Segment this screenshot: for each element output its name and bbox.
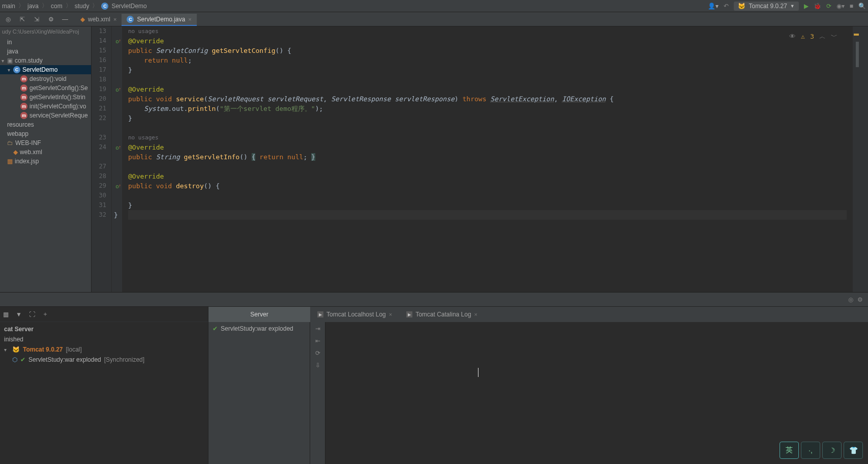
tree-node[interactable]: ▾▣com.study [0, 56, 91, 65]
tree-node-method[interactable]: mgetServletConfig():Se [0, 83, 91, 93]
console-icon: ▶ [406, 311, 412, 317]
run-button[interactable]: ▶ [804, 3, 809, 10]
coverage-button[interactable]: ⟳ [826, 3, 831, 10]
override-icon[interactable]: o↑ [115, 86, 121, 93]
project-sidebar[interactable]: udy C:\Users\XingWei\IdeaProj in java ▾▣… [0, 26, 92, 292]
run-panel: ◎ ⚙ ▦ ▼ ⛶ ＋ cat Server inished ▾🐱Tomcat … [0, 292, 868, 464]
tab-label: Tomcat Catalina Log [415, 311, 471, 318]
tree-label: getServletInfo():Strin [29, 94, 85, 101]
editor[interactable]: 1314151617 1819202122 232427 2829303132 … [92, 26, 868, 292]
project-path: udy C:\Users\XingWei\IdeaProj [0, 26, 91, 37]
artifact-icon: ⬡ [12, 356, 17, 363]
download-icon[interactable]: ⇩ [315, 362, 320, 369]
line-gutter[interactable]: 1314151617 1819202122 232427 2829303132 [92, 26, 112, 292]
filter-icon[interactable]: ▼ [16, 311, 22, 318]
select-target-icon[interactable]: ◎ [1, 12, 15, 26]
class-icon: C [127, 16, 134, 23]
problem-count: 3 [810, 32, 814, 41]
tree-label: destroy():void [29, 75, 67, 82]
add-icon[interactable]: ＋ [42, 310, 48, 318]
layout-settings-icon[interactable]: ◎ [848, 296, 853, 303]
git-user-icon[interactable]: 👤▾ [708, 3, 719, 10]
ime-badge[interactable]: 英 [780, 442, 799, 459]
ime-badge[interactable]: 👕 [844, 442, 863, 459]
expand-all-icon[interactable]: ⇱ [15, 12, 29, 26]
editor-tab-servletdemo[interactable]: C ServletDemo.java × [122, 14, 196, 26]
tree-node-method[interactable]: mgetServletInfo():Strin [0, 93, 91, 102]
package-icon: ▣ [7, 57, 13, 64]
close-icon[interactable]: × [389, 311, 392, 317]
code-area[interactable]: no usages @Override public ServletConfig… [122, 26, 853, 292]
run-tab-server[interactable]: Server [208, 307, 310, 322]
reader-mode-icon[interactable]: 👁 [789, 32, 796, 41]
ime-badge[interactable]: ·, [801, 442, 820, 459]
override-icon[interactable]: o↑ [115, 144, 121, 151]
run-tab-catalina-log[interactable]: ▶Tomcat Catalina Log× [399, 307, 485, 322]
tree-node[interactable]: java [0, 47, 91, 56]
tree-label: ServletDemo [22, 66, 57, 73]
ime-badge[interactable]: ☽ [822, 442, 842, 459]
text-caret [478, 368, 478, 377]
run-node-artifact[interactable]: ⬡✔ServletStudy:war exploded [Synchronize… [2, 355, 206, 365]
class-icon: C [13, 66, 20, 73]
method-icon: m [20, 112, 27, 119]
step-back-icon[interactable]: ⇤ [315, 337, 320, 344]
deploy-item[interactable]: ✔ServletStudy:war exploded [208, 322, 310, 335]
run-node[interactable]: cat Server [2, 324, 206, 334]
close-icon[interactable]: × [474, 311, 477, 317]
breadcrumb[interactable]: main〉 java〉 com〉 study〉 C ServletDemo [2, 2, 147, 10]
refresh-icon[interactable]: ⟳ [315, 350, 320, 357]
override-icon[interactable]: o↑ [115, 38, 121, 44]
hide-icon[interactable]: — [58, 12, 72, 26]
tree-node[interactable]: webapp [0, 129, 91, 138]
error-stripe[interactable] [853, 26, 859, 292]
select-icon[interactable]: ⛶ [29, 311, 35, 318]
tree-label: init(ServletConfig):vo [29, 103, 86, 110]
breadcrumb-item[interactable]: java [27, 3, 39, 10]
profile-button[interactable]: ◉▾ [836, 3, 845, 10]
collapse-all-icon[interactable]: ⇲ [29, 12, 44, 26]
run-tab-localhost-log[interactable]: ▶Tomcat Localhost Log× [310, 307, 399, 322]
inlay-no-usages: no usages [128, 26, 847, 36]
inspection-widget[interactable]: 👁 ⚠3 ︿ ﹀ [789, 32, 837, 41]
chevron-down-icon[interactable]: ﹀ [831, 32, 837, 41]
tree-node[interactable]: 🗀WEB-INF [0, 138, 91, 148]
chevron-up-icon[interactable]: ︿ [819, 32, 826, 41]
stop-button[interactable]: ■ [850, 3, 853, 10]
grid-icon[interactable]: ▦ [3, 311, 9, 318]
breadcrumb-item[interactable]: ServletDemo [111, 3, 146, 10]
method-icon: m [20, 75, 27, 82]
close-icon[interactable]: × [188, 16, 191, 22]
breadcrumb-item[interactable]: com [51, 3, 63, 10]
tree-node[interactable]: ▦index.jsp [0, 157, 91, 166]
run-services-panel[interactable]: ▦ ▼ ⛶ ＋ cat Server inished ▾🐱Tomcat 9.0.… [0, 307, 208, 464]
step-forward-icon[interactable]: ⇥ [315, 325, 320, 332]
run-node[interactable]: inished [2, 334, 206, 344]
tree-node[interactable]: ◆web.xml [0, 148, 91, 157]
tab-label: ServletDemo.java [137, 16, 185, 23]
debug-button[interactable]: 🐞 [814, 3, 821, 10]
gutter-icons[interactable]: o↑ o↑ o↑ o↑ [112, 26, 122, 292]
warning-icon[interactable]: ⚠ [801, 32, 805, 41]
run-label: inished [4, 336, 23, 343]
tree-node-method[interactable]: minit(ServletConfig):vo [0, 102, 91, 111]
tree-node-method[interactable]: mdestroy():void [0, 74, 91, 83]
run-node-tomcat[interactable]: ▾🐱Tomcat 9.0.27 [local] [2, 344, 206, 355]
override-icon[interactable]: o↑ [115, 183, 121, 189]
close-icon[interactable]: × [113, 16, 116, 22]
minimap[interactable] [859, 26, 868, 292]
tree-node-selected[interactable]: ▾CServletDemo [0, 65, 91, 74]
tree-node[interactable]: resources [0, 120, 91, 129]
tree-node[interactable]: in [0, 38, 91, 47]
settings-icon[interactable]: ⚙ [857, 296, 863, 303]
inlay-no-usages: no usages [128, 133, 847, 142]
editor-tab-bar: ◎ ⇱ ⇲ ⚙ — ◆ web.xml × C ServletDemo.java… [0, 12, 868, 26]
editor-tab-webxml[interactable]: ◆ web.xml × [75, 14, 122, 26]
run-config-dropdown[interactable]: 🐱 Tomcat 9.0.27 ▼ [734, 2, 798, 11]
search-icon[interactable]: 🔍 [858, 3, 866, 10]
tree-node-method[interactable]: mservice(ServletReque [0, 111, 91, 120]
settings-icon[interactable]: ⚙ [44, 12, 58, 26]
breadcrumb-item[interactable]: main [2, 3, 15, 10]
breadcrumb-item[interactable]: study [75, 3, 89, 10]
back-icon[interactable]: ↶ [724, 3, 729, 10]
